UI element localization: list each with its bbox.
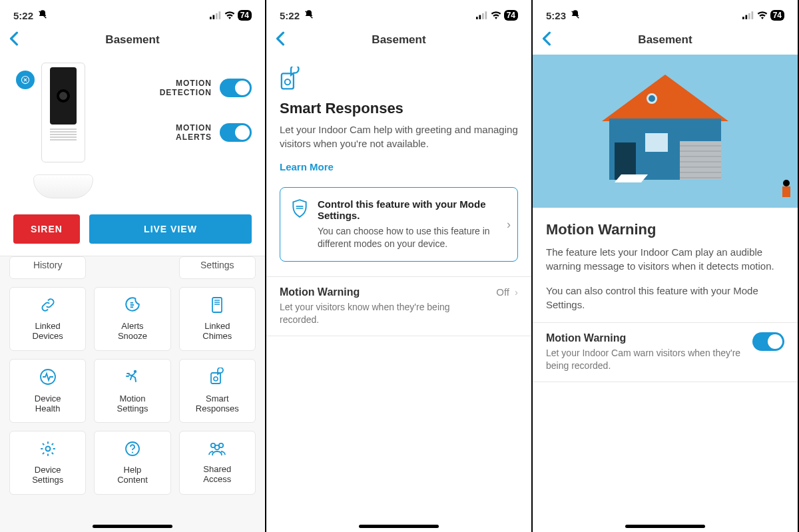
svg-rect-23 (745, 15, 747, 19)
page-title: Basement (638, 33, 692, 47)
svg-rect-8 (211, 373, 220, 384)
svg-point-7 (134, 370, 136, 373)
battery-level: 74 (238, 10, 252, 21)
svg-point-12 (132, 451, 133, 453)
tile-device-health[interactable]: Device Health (9, 359, 86, 423)
status-bar: 5:22 74 (266, 0, 531, 25)
tile-scroll-area[interactable]: History Settings Linked Devices Alerts S… (0, 256, 265, 532)
smart-responses-description: Let your Indoor Cam help with greeting a… (280, 123, 518, 150)
snooze-icon (124, 296, 141, 316)
live-view-button[interactable]: LIVE VIEW (89, 214, 252, 244)
home-indicator[interactable] (359, 525, 439, 528)
mode-settings-card[interactable]: Control this feature with your Mode Sett… (280, 187, 518, 262)
motion-detection-toggle[interactable] (220, 79, 252, 97)
status-bar: 5:22 74 (0, 0, 265, 25)
motion-warning-description: Let your visitors know when they're bein… (280, 301, 470, 326)
tile-label: Help Content (117, 465, 148, 485)
motion-detection-label: MOTION DETECTION (160, 79, 212, 98)
tile-linked-devices[interactable]: Linked Devices (9, 287, 86, 351)
dismiss-profile-icon[interactable] (16, 71, 35, 89)
back-button[interactable] (9, 31, 19, 49)
tile-device-settings[interactable]: Device Settings (9, 431, 86, 495)
motion-warning-description-2: You can also control this feature with y… (546, 284, 784, 312)
chevron-right-icon: › (507, 217, 511, 231)
svg-rect-19 (485, 11, 487, 19)
tile-row: Linked Devices Alerts Snooze Linked Chim… (9, 287, 256, 351)
silent-mode-icon (37, 9, 48, 22)
svg-rect-1 (212, 15, 214, 19)
runner-icon (123, 368, 142, 389)
shield-icon (291, 198, 308, 221)
back-button[interactable] (276, 31, 285, 49)
smart-responses-hero-icon (280, 67, 518, 93)
wifi-icon (491, 11, 501, 19)
nav-header: Basement (533, 25, 798, 55)
tile-alerts-snooze[interactable]: Alerts Snooze (94, 287, 170, 351)
tile-row: Device Health Motion Settings Smart Resp… (9, 359, 256, 423)
cellular-signal-icon (476, 11, 488, 19)
home-indicator[interactable] (625, 525, 705, 528)
tile-label: Device Health (35, 394, 61, 414)
hero-illustration (533, 55, 798, 208)
tile-history-cut[interactable]: History (9, 256, 86, 279)
tile-label: Linked Chimes (202, 322, 232, 342)
tile-linked-chimes[interactable]: Linked Chimes (179, 287, 256, 351)
home-indicator[interactable] (93, 525, 172, 528)
svg-point-21 (285, 79, 290, 85)
wifi-icon (224, 11, 235, 19)
tile-row: Device Settings Help Content Shared Acce… (9, 431, 256, 495)
panel-device-dashboard: 5:22 74 Basement (0, 0, 266, 532)
mode-card-description: You can choose how to use this feature i… (318, 225, 507, 250)
learn-more-link[interactable]: Learn More (280, 161, 518, 172)
health-icon (39, 368, 57, 389)
smart-responses-icon (208, 368, 226, 389)
silent-mode-icon (304, 9, 314, 22)
status-time: 5:22 (13, 10, 33, 21)
page-title: Basement (372, 33, 425, 47)
gear-icon (39, 440, 57, 460)
tile-smart-responses[interactable]: Smart Responses (179, 359, 256, 423)
cellular-signal-icon (210, 11, 222, 19)
tile-label: Shared Access (203, 465, 231, 485)
tile-label: Device Settings (32, 465, 63, 485)
motion-warning-description-1: The feature lets your Indoor Cam play an… (546, 245, 784, 273)
svg-rect-24 (748, 13, 750, 19)
tile-settings-cut[interactable]: Settings (179, 256, 256, 279)
tile-motion-settings[interactable]: Motion Settings (94, 359, 170, 423)
page-title: Basement (105, 33, 159, 47)
back-button[interactable] (542, 31, 551, 49)
tile-help-content[interactable]: Help Content (94, 431, 170, 495)
tile-label: Motion Settings (117, 394, 148, 414)
status-time: 5:22 (280, 10, 300, 21)
motion-warning-toggle[interactable] (752, 332, 784, 351)
svg-point-10 (45, 447, 50, 451)
motion-alerts-toggle[interactable] (220, 123, 252, 142)
help-icon (124, 440, 141, 460)
tile-label: Alerts Snooze (118, 322, 147, 342)
silent-mode-icon (570, 9, 581, 22)
motion-warning-row-title: Motion Warning (546, 332, 743, 344)
svg-point-15 (215, 445, 220, 450)
motion-warning-row[interactable]: Motion Warning Off › Let your visitors k… (266, 276, 531, 336)
tile-label: Smart Responses (196, 394, 239, 414)
battery-level: 74 (770, 10, 784, 21)
svg-rect-20 (282, 73, 294, 89)
motion-warning-value: Off › (496, 286, 518, 298)
svg-rect-3 (218, 11, 220, 19)
link-icon (39, 296, 57, 316)
motion-warning-toggle-row: Motion Warning Let your Indoor Cam warn … (533, 322, 798, 382)
svg-rect-17 (479, 15, 481, 19)
motion-warning-value-text: Off (496, 286, 509, 298)
svg-rect-2 (216, 13, 218, 19)
svg-rect-0 (210, 17, 212, 19)
svg-rect-25 (751, 11, 753, 19)
chime-icon (210, 296, 224, 316)
status-bar: 5:23 74 (533, 0, 798, 25)
nav-header: Basement (266, 25, 531, 55)
nav-header: Basement (0, 25, 265, 55)
wifi-icon (757, 11, 768, 19)
tile-shared-access[interactable]: Shared Access (179, 431, 256, 495)
motion-warning-title: Motion Warning (280, 286, 360, 298)
status-time: 5:23 (546, 10, 566, 21)
siren-button[interactable]: SIREN (13, 214, 80, 244)
